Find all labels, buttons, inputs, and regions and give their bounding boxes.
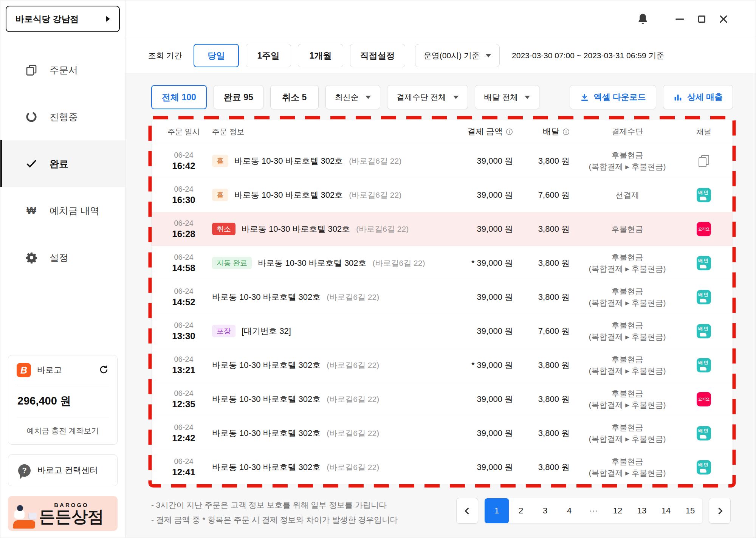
filter-select[interactable]: 최신순 bbox=[325, 85, 380, 109]
table-row[interactable]: 06-24 12:41 바로동 10-30 바로호텔 302호 (바로길6길 2… bbox=[152, 450, 733, 484]
page-button[interactable]: 1 bbox=[485, 498, 509, 523]
barogo-logo: B bbox=[17, 363, 31, 377]
pagination: 1234···12131415 bbox=[456, 498, 731, 524]
filter-select[interactable]: 결제수단 전체 bbox=[387, 85, 468, 109]
page-button[interactable]: 2 bbox=[509, 498, 533, 523]
table-row[interactable]: 06-24 14:58 자동 완료 바로동 10-30 바로호텔 302호 (바… bbox=[152, 246, 733, 280]
table-row[interactable]: 06-24 12:42 바로동 10-30 바로호텔 302호 (바로길6길 2… bbox=[152, 416, 733, 450]
payment-amount: * 39,000 원 bbox=[447, 360, 513, 371]
basis-select[interactable]: 운영(00시) 기준 bbox=[415, 44, 500, 67]
order-date: 06-24 bbox=[161, 457, 206, 466]
chevron-down-icon bbox=[486, 54, 491, 57]
payment-method-detail: (복합결제 ▸ 후불현금) bbox=[570, 467, 685, 478]
banner-illustration bbox=[12, 504, 39, 529]
table-row[interactable]: 06-24 12:35 바로동 10-30 바로호텔 302호 (바로길6길 2… bbox=[152, 382, 733, 416]
page-button[interactable]: 12 bbox=[606, 498, 630, 523]
payment-method-detail: (복합결제 ▸ 후불현금) bbox=[570, 365, 685, 376]
page-list: 1234···12131415 bbox=[484, 498, 703, 524]
order-time: 16:28 bbox=[161, 229, 206, 239]
header-channel: 채널 bbox=[685, 127, 723, 137]
table-row[interactable]: 06-24 13:21 바로동 10-30 바로호텔 302호 (바로길6길 2… bbox=[152, 348, 733, 382]
header-payment-method: 결제수단 bbox=[570, 126, 685, 137]
order-time: 14:52 bbox=[161, 297, 206, 307]
period-button[interactable]: 당일 bbox=[194, 44, 239, 67]
promo-banner[interactable]: BAROGO 든든상점 bbox=[8, 496, 118, 531]
period-button[interactable]: 1주일 bbox=[246, 44, 291, 67]
order-place: 바로동 10-30 바로호텔 302호 bbox=[258, 257, 366, 269]
page-button[interactable]: 15 bbox=[678, 498, 702, 523]
view-deposit-account-link[interactable]: 예치금 충전 계좌보기 bbox=[8, 417, 117, 444]
order-place: 바로동 10-30 바로호텔 302호 bbox=[212, 462, 321, 473]
deposit-wallet-card: B 바로고 296,400 원 예치금 충전 계좌보기 bbox=[8, 355, 118, 445]
order-place: [대기번호 32] bbox=[242, 326, 291, 337]
sidebar-item-in-progress[interactable]: 진행중 bbox=[0, 93, 125, 140]
period-button[interactable]: 1개월 bbox=[298, 44, 343, 67]
channel-icon: 배민 bbox=[697, 426, 711, 440]
order-address: (바로길6길 22) bbox=[327, 292, 379, 302]
chevron-down-icon bbox=[453, 96, 459, 99]
filter-toolbar: 전체 100완료 95취소 5 최신순 결제수단 전체 배달 전체 bbox=[151, 85, 733, 109]
delivery-fee: 3,800 원 bbox=[513, 428, 570, 439]
order-sheet-icon bbox=[25, 64, 38, 76]
info-icon[interactable] bbox=[506, 128, 513, 135]
maximize-button[interactable] bbox=[691, 8, 713, 30]
page-button[interactable]: 4 bbox=[557, 498, 581, 523]
payment-amount: 39,000 원 bbox=[447, 189, 513, 201]
won-currency-icon: ₩ bbox=[25, 205, 38, 217]
filter-select[interactable]: 배달 전체 bbox=[475, 85, 540, 109]
detail-sales-button[interactable]: 상세 매출 bbox=[663, 85, 733, 109]
next-page-button[interactable] bbox=[709, 498, 731, 524]
period-label: 조회 기간 bbox=[148, 50, 182, 61]
page-button[interactable]: ··· bbox=[581, 498, 606, 523]
page-button[interactable]: 13 bbox=[630, 498, 654, 523]
info-icon[interactable] bbox=[562, 128, 570, 135]
basis-select-value: 운영(00시) 기준 bbox=[424, 50, 480, 61]
status-tab[interactable]: 완료 95 bbox=[214, 85, 263, 109]
table-footer: - 3시간이 지난 주문은 고객 정보 보호를 위해 일부 정보를 가립니다- … bbox=[151, 498, 733, 527]
status-tab[interactable]: 전체 100 bbox=[151, 85, 207, 109]
table-row[interactable]: 06-24 13:30 포장 [대기번호 32] 39,000 원 7,600 … bbox=[152, 314, 733, 348]
order-address: (바로길6길 22) bbox=[349, 156, 401, 166]
refresh-balance-button[interactable] bbox=[99, 364, 109, 376]
sidebar-item-orders[interactable]: 주문서 bbox=[0, 47, 125, 93]
close-button[interactable] bbox=[713, 8, 734, 30]
order-table: 주문 일시 주문 정보 결제 금액 배달 bbox=[151, 119, 733, 484]
prev-page-button[interactable] bbox=[456, 498, 478, 524]
banner-title: 든든상점 bbox=[39, 508, 104, 525]
help-question-icon: ? bbox=[18, 464, 31, 477]
chevron-left-icon bbox=[465, 507, 471, 514]
table-row[interactable]: 06-24 16:30 홀 바로동 10-30 바로호텔 302호 (바로길6길… bbox=[152, 178, 733, 212]
store-selector[interactable]: 바로식당 강남점 bbox=[6, 6, 120, 32]
order-place: 바로동 10-30 바로호텔 302호 bbox=[234, 155, 343, 167]
order-time: 12:41 bbox=[161, 467, 206, 478]
contact-center-button[interactable]: ? 바로고 컨택센터 bbox=[8, 454, 118, 486]
minimize-button[interactable] bbox=[669, 8, 691, 30]
table-row[interactable]: 06-24 16:28 취소 바로동 10-30 바로호텔 302호 (바로길6… bbox=[152, 212, 733, 246]
payment-method: 후불현금 bbox=[570, 354, 685, 365]
store-name: 바로식당 강남점 bbox=[15, 13, 79, 25]
sidebar-item-settings[interactable]: 설정 bbox=[0, 234, 125, 281]
excel-download-button[interactable]: 엑셀 다운로드 bbox=[570, 85, 656, 109]
order-date: 06-24 bbox=[161, 185, 206, 194]
payment-amount: 39,000 원 bbox=[447, 155, 513, 167]
order-place: 바로동 10-30 바로호텔 302호 bbox=[234, 189, 343, 201]
sidebar-item-completed[interactable]: 완료 bbox=[0, 140, 125, 187]
table-row[interactable]: 06-24 14:52 바로동 10-30 바로호텔 302호 (바로길6길 2… bbox=[152, 280, 733, 314]
sidebar-item-deposit-history[interactable]: ₩ 예치금 내역 bbox=[0, 187, 125, 234]
table-row[interactable]: 06-24 16:42 홀 바로동 10-30 바로호텔 302호 (바로길6길… bbox=[152, 144, 733, 178]
status-tab[interactable]: 취소 5 bbox=[270, 85, 319, 109]
refresh-icon bbox=[99, 364, 109, 375]
payment-method: 후불현금 bbox=[570, 286, 685, 297]
order-place: 바로동 10-30 바로호텔 302호 bbox=[212, 428, 321, 439]
channel-icon: 배민 bbox=[697, 358, 711, 372]
page-button[interactable]: 3 bbox=[533, 498, 557, 523]
page-button[interactable]: 14 bbox=[654, 498, 678, 523]
payment-method-detail: (복합결제 ▸ 후불현금) bbox=[570, 433, 685, 444]
date-range-text: 2023-03-30 07:00 ~ 2023-03-31 06:59 기준 bbox=[512, 50, 664, 61]
payment-method-detail: (복합결제 ▸ 후불현금) bbox=[570, 161, 685, 172]
order-place: 바로동 10-30 바로호텔 302호 bbox=[242, 223, 350, 235]
payment-amount: 39,000 원 bbox=[447, 291, 513, 303]
order-time: 16:42 bbox=[161, 161, 206, 171]
notification-bell-button[interactable] bbox=[632, 8, 654, 30]
period-button[interactable]: 직접설정 bbox=[350, 44, 405, 67]
